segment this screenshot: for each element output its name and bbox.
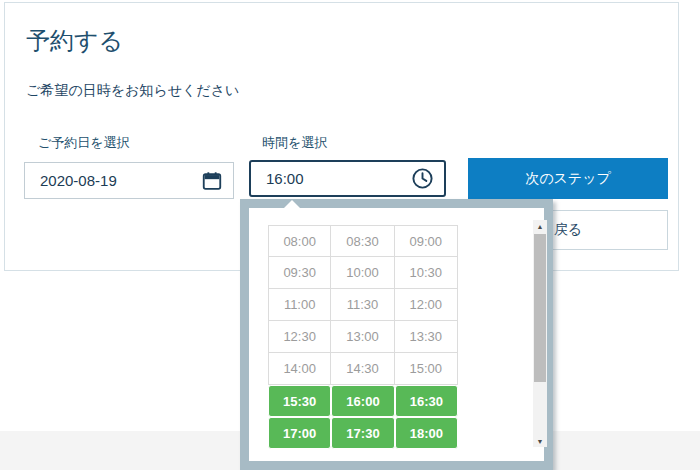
scrollbar-thumb[interactable]: [534, 234, 546, 382]
time-slot-available[interactable]: 17:00: [268, 417, 331, 449]
clock-icon[interactable]: [411, 167, 434, 190]
time-slot-available[interactable]: 15:30: [268, 385, 331, 417]
date-field-label: ご予約日を選択: [38, 134, 130, 152]
time-slot[interactable]: 09:00: [395, 225, 458, 257]
popup-scrollbar[interactable]: ▲ ▼: [533, 220, 547, 447]
time-slot[interactable]: 13:30: [395, 321, 458, 353]
time-picker-popup-body: 08:00 08:30 09:00 09:30 10:00 10:30 11:0…: [249, 208, 544, 461]
time-picker-popup: 08:00 08:30 09:00 09:30 10:00 10:30 11:0…: [240, 199, 553, 470]
time-slot[interactable]: 11:30: [331, 289, 394, 321]
time-slot-available[interactable]: 16:30: [395, 385, 458, 417]
time-slot[interactable]: 11:00: [268, 289, 331, 321]
page-title: 予約する: [26, 25, 123, 57]
popup-caret-icon: [284, 200, 300, 208]
time-slot[interactable]: 12:00: [395, 289, 458, 321]
date-input-box[interactable]: [24, 162, 234, 199]
time-slot[interactable]: 14:30: [331, 353, 394, 385]
scrollbar-down-icon[interactable]: ▼: [533, 435, 547, 447]
time-slot-available[interactable]: 17:30: [331, 417, 394, 449]
time-input[interactable]: [251, 162, 411, 195]
time-slot[interactable]: 12:30: [268, 321, 331, 353]
time-slot[interactable]: 10:30: [395, 257, 458, 289]
time-slot-available[interactable]: 18:00: [395, 417, 458, 449]
time-slot[interactable]: 15:00: [395, 353, 458, 385]
calendar-icon[interactable]: [201, 170, 223, 192]
time-field-label: 時間を選択: [262, 134, 327, 152]
time-slot[interactable]: 08:00: [268, 225, 331, 257]
time-slot[interactable]: 10:00: [331, 257, 394, 289]
time-slot[interactable]: 14:00: [268, 353, 331, 385]
time-slot-available[interactable]: 16:00: [331, 385, 394, 417]
time-slot-grid: 08:00 08:30 09:00 09:30 10:00 10:30 11:0…: [268, 225, 458, 449]
time-slot[interactable]: 13:00: [331, 321, 394, 353]
next-step-button[interactable]: 次のステップ: [468, 158, 668, 199]
time-input-box[interactable]: [249, 160, 446, 197]
time-slot[interactable]: 08:30: [331, 225, 394, 257]
page-subtitle: ご希望の日時をお知らせください: [26, 82, 239, 100]
scrollbar-up-icon[interactable]: ▲: [533, 220, 547, 232]
time-slot[interactable]: 09:30: [268, 257, 331, 289]
date-input[interactable]: [25, 163, 201, 198]
